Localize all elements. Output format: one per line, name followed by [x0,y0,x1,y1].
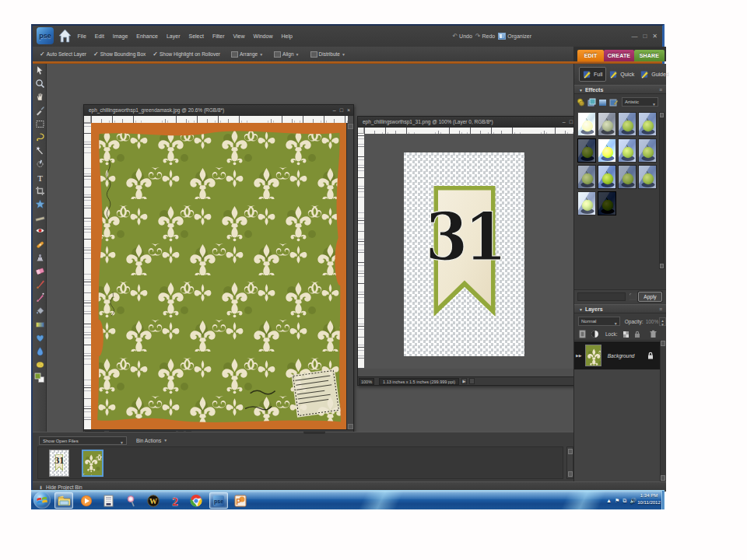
doc2-zoom-field[interactable]: 100% [359,378,374,385]
redo-button[interactable]: ↷Redo [475,33,495,40]
bin-thumbnail-damask[interactable] [82,450,103,477]
tool-brush[interactable] [33,278,47,291]
effect-thumbnail-8[interactable] [638,138,657,163]
home-icon[interactable] [58,29,72,43]
tool-lasso[interactable] [33,131,47,144]
show-open-files-dropdown[interactable]: Show Open Files▼ [39,436,127,445]
menu-select[interactable]: Select [184,33,208,39]
doc1-scroll-up[interactable] [348,124,353,129]
menu-view[interactable]: View [229,33,249,39]
bin-scroll-up[interactable] [568,449,573,454]
effect-thumbnail-2[interactable] [598,112,616,136]
tool-cookie-cutter[interactable] [33,198,47,211]
effect-thumbnail-14[interactable] [598,191,616,215]
doc1-vertical-scrollbar[interactable] [346,123,353,430]
menu-layer[interactable]: Layer [162,33,184,39]
bin-thumbnail-banner[interactable]: 31 [49,450,69,477]
menu-image[interactable]: Image [108,33,132,39]
effect-thumbnail-13[interactable] [577,191,596,215]
effects-scroll-up[interactable] [660,113,664,117]
taskbar-icon-chrome[interactable] [187,492,205,509]
bin-scroll-down[interactable] [568,471,573,477]
effect-thumbnail-10[interactable] [598,165,616,189]
maximize-button[interactable]: □ [643,33,647,40]
all-effects-icon[interactable] [609,98,619,107]
effects-category-dropdown[interactable]: Artistic▼ [622,97,658,107]
effect-thumbnail-3[interactable] [618,112,637,136]
option-button-distribute[interactable]: Distribute▼ [310,51,345,58]
option-check-show-bounding-box[interactable]: ✓Show Bounding Box [93,51,146,58]
effect-thumbnail-12[interactable] [638,165,657,189]
layer-styles-icon[interactable] [587,98,596,107]
tool-red-eye[interactable] [33,224,47,237]
document-window-banner[interactable]: eph_chillingsworthsp1_31.png @ 100% (Lay… [357,116,584,386]
option-button-align[interactable]: Align▼ [274,51,299,58]
tab-edit[interactable]: EDIT [577,50,604,61]
tool-shape[interactable] [33,331,47,345]
tool-move[interactable] [33,64,47,77]
effect-thumbnail-7[interactable] [618,138,637,163]
organizer-button[interactable]: Organizer [498,33,531,40]
tool-marquee[interactable] [33,117,47,131]
taskbar-clock[interactable]: 1:34 PM 10/11/2012 [637,492,661,506]
bin-splitter-handle[interactable] [303,432,325,434]
taskbar-icon-explorer[interactable] [54,492,73,509]
taskbar-icon-two[interactable]: 2 [166,492,184,509]
effects-panel-header[interactable]: ▼Effects ≡ [574,85,666,94]
effect-thumbnail-5[interactable] [577,138,596,163]
mode-full[interactable]: Full [579,67,606,82]
effects-name-field[interactable] [577,292,626,301]
tab-create[interactable]: CREATE [604,50,634,61]
menu-edit[interactable]: Edit [90,33,108,39]
tool-paint-bucket[interactable] [33,304,47,317]
taskbar-icon-wmp[interactable] [77,492,96,509]
tool-healing-brush[interactable] [33,237,47,250]
tool-clone-stamp[interactable] [33,251,47,264]
doc1-scroll-down[interactable] [348,424,353,429]
effect-thumbnail-1[interactable] [577,112,596,136]
delete-layer-icon[interactable] [650,330,657,338]
volume-icon[interactable]: 🔊 [630,498,637,504]
tool-blur[interactable] [33,345,47,358]
bin-actions-button[interactable]: Bin Actions▼ [136,438,167,443]
layers-panel-header[interactable]: ▼Layers ≡ [574,304,666,313]
tool-zoom[interactable] [33,77,47,90]
doc2-status-arrow[interactable]: ▶ [461,378,467,384]
doc2-title-bar[interactable]: eph_chillingsworthsp1_31.png @ 100% (Lay… [358,117,583,128]
doc1-minimize[interactable]: – [333,108,336,113]
layers-scroll-up[interactable] [661,341,665,346]
undo-button[interactable]: ↶Undo [452,33,472,40]
photo-effects-icon[interactable] [598,98,607,107]
menu-enhance[interactable]: Enhance [132,33,163,39]
document-window-damask[interactable]: eph_chillingsworthsp1_greendamask.jpg @ … [83,104,354,439]
effect-thumbnail-11[interactable] [618,165,637,189]
tool-straighten[interactable] [33,211,47,224]
opacity-spinner[interactable]: ▲▼ [659,317,666,326]
option-button-arrange[interactable]: Arrange▼ [231,51,263,58]
tool-type[interactable]: T [33,171,47,184]
taskbar-icon-pse[interactable]: pse [209,492,228,509]
filters-icon[interactable] [577,98,585,107]
effects-trash-icon[interactable]: ⬛ [629,292,636,301]
lock-transparency-icon[interactable] [622,331,630,338]
doc1-maximize[interactable]: □ [340,108,343,113]
tab-share[interactable]: SHARE [634,50,665,61]
option-check-auto-select-layer[interactable]: ✓Auto Select Layer [40,51,86,58]
tool-magic-wand[interactable] [33,144,47,157]
banner-31-image[interactable]: 31 [404,152,524,356]
tool-eyedropper[interactable] [33,104,47,117]
show-desktop-button[interactable] [661,491,665,509]
layer-row-background[interactable]: ▶▶ [574,341,660,369]
menu-window[interactable]: Window [249,33,277,39]
tool-eraser[interactable] [33,264,47,278]
doc2-maximize[interactable]: □ [570,120,573,124]
minimize-button[interactable]: — [631,33,637,40]
start-button[interactable] [33,492,51,509]
menu-filter[interactable]: Filter [208,33,229,39]
mode-guided[interactable]: Guided [637,68,672,81]
effect-thumbnail-9[interactable] [577,165,596,189]
tray-expand-icon[interactable]: ▲ [606,498,612,503]
network-icon[interactable]: ⧉ [622,498,626,504]
menu-file[interactable]: File [73,33,90,39]
tool-gradient[interactable] [33,318,47,331]
